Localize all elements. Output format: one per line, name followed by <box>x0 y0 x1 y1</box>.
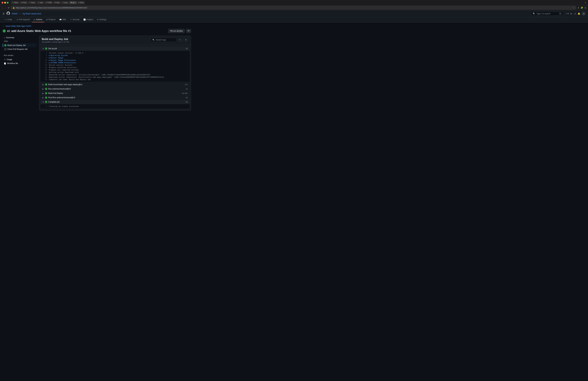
header-actions: ＋▾ ⊕ ⎇ 🔔 U <box>565 12 586 16</box>
chevron-down-icon: ▼ <box>42 48 44 50</box>
step-duration-4: 0s <box>186 97 188 99</box>
repo-name[interactable]: hg-Team-azure-love <box>22 12 41 15</box>
nav-projects[interactable]: ⊞ Projects <box>44 17 57 22</box>
security-icon: 🛡 <box>70 19 72 20</box>
log-line[interactable]: 2 ▶ Operating System <box>41 54 189 57</box>
line-num: 13 <box>42 62 47 64</box>
line-num: 32 <box>42 74 47 76</box>
job-label-0: Build and Deploy Job <box>7 44 26 46</box>
step-row-4[interactable]: ▶ ✓ Post Run actions/checkout@v3 0s <box>41 96 189 100</box>
download-icon[interactable]: ⬇ <box>578 7 579 9</box>
nav-pullrequests[interactable]: ⎇ Pull requests <box>14 17 32 22</box>
plus-icon[interactable]: ＋▾ <box>565 12 569 15</box>
step-row-1[interactable]: ▶ ✓ Build Azure/static-web-apps-deploy@v… <box>41 82 189 87</box>
sidebar-usage[interactable]: ⏱ Usage <box>2 58 37 61</box>
line-text: Cleaning up orphan processes <box>49 105 79 107</box>
browser-tab[interactable]: ⬡npm <box>37 1 44 4</box>
run-title-text: ci: add Azure Static Web Apps workflow f… <box>7 29 71 33</box>
log-line[interactable]: 6 ▶ Runner Image <box>41 57 189 59</box>
browser-tab-active[interactable]: ⚙ci: × <box>69 1 77 4</box>
browser-tab[interactable]: ⚛Reac <box>11 1 19 4</box>
step-name-4: Post Run actions/checkout@v3 <box>48 97 186 99</box>
nav-security[interactable]: 🛡 Security <box>68 17 81 22</box>
more-options-button[interactable]: ••• <box>186 29 191 33</box>
job-label-1: Close Pull Request Job <box>7 48 28 50</box>
back-button[interactable]: ← <box>2 7 4 9</box>
breadcrumb-arrow: ← <box>2 25 4 27</box>
run-title: ✓ ci: add Azure Static Web Apps workflow… <box>2 29 71 33</box>
nav-pr-label: Pull requests <box>19 18 30 21</box>
reload-button[interactable]: ↺ <box>8 7 10 9</box>
log-line: 32 Download action repository 'actions/c… <box>41 74 189 76</box>
expand-icon: ▶ <box>49 57 50 59</box>
nav-settings[interactable]: ⚙ Settings <box>95 17 108 22</box>
traffic-light-green[interactable] <box>7 2 9 3</box>
browser-tab[interactable]: ●4세할 <box>45 1 53 4</box>
browser-tab[interactable]: MHow <box>53 1 61 4</box>
step-status-icon-1: ✓ <box>45 83 47 86</box>
run-status-icon: ✓ <box>2 29 6 33</box>
browser-chrome: ⚛Reac ●Prete ⚛Reac ⬡npm ●4세할 MHow Ananu … <box>0 0 588 5</box>
chevron-right-icon: ▶ <box>42 92 44 94</box>
repo-owner[interactable]: 4rNe5 <box>12 12 18 15</box>
nav-code[interactable]: <> Code <box>2 17 14 22</box>
browser-tab[interactable]: ⚛Reac <box>28 1 36 4</box>
rerun-button[interactable]: Re-run all jobs <box>168 29 185 33</box>
log-settings-button[interactable]: ⚙ <box>184 38 188 42</box>
workflow-label: Workflow file <box>7 62 18 64</box>
nav-security-label: Security <box>72 18 79 21</box>
nav-insights[interactable]: 📈 Insights <box>82 17 95 22</box>
sidebar-job-item-1[interactable]: ○ Close Pull Request Job <box>2 47 37 51</box>
hamburger-icon[interactable]: ☰ <box>2 12 5 15</box>
sidebar-summary[interactable]: ⌂ Summary <box>2 36 37 40</box>
main-layout: ⌂ Summary Jobs ✓ Build and Deploy Job ○ … <box>2 36 191 111</box>
line-num: 6 <box>42 57 47 59</box>
breadcrumb[interactable]: ← Azure Static Web Apps CI/CD <box>2 25 191 27</box>
sidebar-workflow-file[interactable]: 📄 Workflow file <box>2 61 37 65</box>
nav-code-label: Code <box>7 18 12 21</box>
global-search[interactable]: 🔍 Type / to search / <box>531 12 563 16</box>
traffic-light-red[interactable] <box>2 2 3 3</box>
menu-icon[interactable]: ☰ <box>585 7 586 9</box>
job-panel-subtitle: succeeded 1 minute ago in 1m 45s <box>42 41 69 43</box>
traffic-light-yellow[interactable] <box>4 2 6 3</box>
sidebar-jobs-section: Jobs ✓ Build and Deploy Job ○ Close Pull… <box>2 40 37 51</box>
log-line: 31 Getting action download info <box>41 71 189 74</box>
step-row-5[interactable]: ▼ ✓ Complete job 0s <box>41 100 189 104</box>
nav-actions[interactable]: ▷ Actions <box>32 17 44 22</box>
summary-icon: ⌂ <box>4 37 5 39</box>
forward-button[interactable]: → <box>5 7 7 9</box>
step-duration-5: 0s <box>186 101 188 103</box>
traffic-lights <box>2 2 9 3</box>
extension-icon[interactable]: 🧩 <box>581 7 583 9</box>
expand-icon: ▶ <box>49 60 50 61</box>
chevron-right-icon: ▶ <box>42 84 44 85</box>
new-tab-button[interactable]: ＋ <box>584 1 586 4</box>
browser-tab[interactable]: Ananu <box>61 1 69 4</box>
step-row-2[interactable]: ▶ ✓ Run actions/checkout@v3 1s <box>41 87 189 91</box>
step-name-1: Build Azure/static-web-apps-deploy@v1 <box>48 83 185 86</box>
log-line[interactable]: 11 ▶ Runner Image Provisioner <box>41 59 189 61</box>
refresh-button[interactable]: ↻ <box>178 38 182 42</box>
bookmark-icon[interactable]: ☆ <box>573 7 574 9</box>
line-text: Complete job name: Build and Deploy Job <box>49 79 90 81</box>
search-logs-input[interactable]: 🔍 Search logs <box>151 38 177 42</box>
step-row-0[interactable]: ▼ ✓ Set up job 0s <box>41 46 189 51</box>
browser-tab[interactable]: ●Prete <box>20 1 28 4</box>
issues-icon[interactable]: ⊕ <box>570 12 572 15</box>
browser-tab[interactable]: ●ArNe <box>77 1 85 4</box>
nav-projects-label: Projects <box>48 18 55 21</box>
line-text-expand: ▶ GITHUB_TOKEN Permissions <box>49 62 76 64</box>
log-line[interactable]: 13 ▶ GITHUB_TOKEN Permissions <box>41 61 189 64</box>
step-duration-0: 0s <box>186 48 188 50</box>
address-bar[interactable]: 🔒 https://github.com/4rNe5/hg-Team-azure… <box>11 6 576 10</box>
pullreq-icon[interactable]: ⎇ <box>574 12 576 15</box>
sidebar-job-item-0[interactable]: ✓ Build and Deploy Job <box>2 43 37 47</box>
nav-wiki[interactable]: 📖 Wiki <box>58 17 68 22</box>
notifications-icon[interactable]: 🔔 <box>578 12 580 15</box>
avatar[interactable]: U <box>582 12 586 16</box>
nav-insights-label: Insights <box>86 18 93 21</box>
step-name-3: Build And Deploy <box>48 92 182 94</box>
line-num: 1 <box>42 52 47 54</box>
step-row-3[interactable]: ▶ ✓ Build And Deploy 1m 26s <box>41 91 189 95</box>
